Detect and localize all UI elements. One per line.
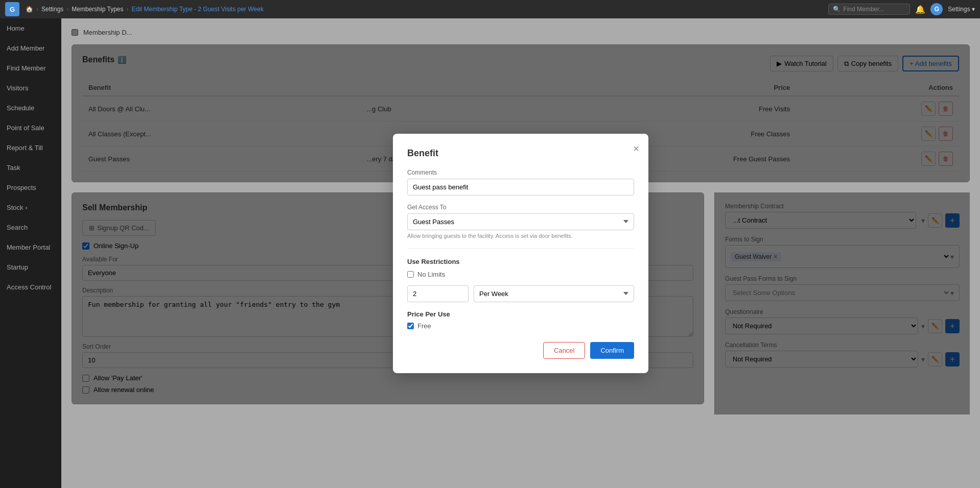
modal-comments-input[interactable] bbox=[407, 179, 634, 196]
main-layout: Home Add Member Find Member Visitors Sch… bbox=[0, 18, 980, 488]
breadcrumb-home[interactable]: 🏠 bbox=[26, 6, 33, 13]
restriction-period-select[interactable]: Per Week Per Day Per Month Per Year bbox=[474, 285, 634, 302]
no-limits-checkbox[interactable] bbox=[407, 271, 414, 278]
sidebar-item-access-control[interactable]: Access Control bbox=[0, 277, 61, 297]
top-nav-right: 🔍 Find Member... 🔔 G Settings ▾ bbox=[828, 3, 975, 15]
cancel-button[interactable]: Cancel bbox=[543, 342, 585, 359]
sidebar-item-home[interactable]: Home bbox=[0, 18, 61, 38]
breadcrumb-sep-3: › bbox=[127, 6, 129, 13]
user-avatar[interactable]: G bbox=[930, 3, 943, 15]
sidebar-item-schedule[interactable]: Schedule bbox=[0, 98, 61, 118]
sidebar-item-stock[interactable]: Stock › bbox=[0, 198, 61, 217]
sidebar-item-point-of-sale[interactable]: Point of Sale bbox=[0, 118, 61, 138]
restriction-row: Per Week Per Day Per Month Per Year bbox=[407, 285, 634, 302]
modal-footer: Cancel Confirm bbox=[407, 342, 634, 359]
sidebar-item-startup[interactable]: Startup bbox=[0, 257, 61, 277]
search-icon: 🔍 bbox=[833, 6, 841, 13]
modal-access-field: Get Access To Guest Passes All Doors All… bbox=[407, 204, 634, 239]
modal-close-button[interactable]: × bbox=[633, 143, 639, 155]
sidebar-item-search[interactable]: Search bbox=[0, 217, 61, 237]
modal-overlay: Benefit × Comments Get Access To Guest P… bbox=[61, 18, 980, 488]
modal-access-select[interactable]: Guest Passes All Doors All Classes bbox=[407, 213, 634, 230]
breadcrumb-settings[interactable]: Settings bbox=[41, 6, 63, 13]
content-area: Membership D... Benefits ℹ️ ▶ Watch Tuto… bbox=[61, 18, 980, 488]
sidebar-item-report-till[interactable]: Report & Till bbox=[0, 138, 61, 158]
breadcrumb-edit-type: Edit Membership Type - 2 Guest Visits pe… bbox=[132, 6, 264, 13]
modal-comments-field: Comments bbox=[407, 169, 634, 196]
top-nav: G 🏠 › Settings › Membership Types › Edit… bbox=[0, 0, 980, 18]
settings-dropdown-button[interactable]: Settings ▾ bbox=[948, 6, 975, 13]
benefit-modal: Benefit × Comments Get Access To Guest P… bbox=[393, 134, 648, 373]
no-limits-row: No Limits bbox=[407, 271, 634, 278]
modal-access-label: Get Access To bbox=[407, 204, 634, 211]
price-per-use-label: Price Per Use bbox=[407, 310, 634, 318]
free-checkbox-row: Free bbox=[407, 322, 634, 330]
breadcrumb-membership-types[interactable]: Membership Types bbox=[72, 6, 123, 13]
use-restrictions-label: Use Restrictions bbox=[407, 258, 634, 265]
free-checkbox[interactable] bbox=[407, 323, 414, 329]
breadcrumb-sep-1: › bbox=[36, 6, 38, 13]
modal-divider bbox=[407, 248, 634, 249]
sidebar-item-member-portal[interactable]: Member Portal bbox=[0, 237, 61, 257]
sidebar-item-add-member[interactable]: Add Member bbox=[0, 38, 61, 58]
notification-bell-icon[interactable]: 🔔 bbox=[915, 5, 925, 14]
sidebar-item-find-member[interactable]: Find Member bbox=[0, 58, 61, 78]
sidebar-item-prospects[interactable]: Prospects bbox=[0, 178, 61, 198]
sidebar: Home Add Member Find Member Visitors Sch… bbox=[0, 18, 61, 488]
find-member-input[interactable]: 🔍 Find Member... bbox=[828, 4, 910, 15]
modal-comments-label: Comments bbox=[407, 169, 634, 176]
modal-hint-text: Allow bringing guests to the facility. A… bbox=[407, 233, 634, 239]
sidebar-item-visitors[interactable]: Visitors bbox=[0, 78, 61, 98]
breadcrumb-sep-2: › bbox=[66, 6, 68, 13]
app-logo[interactable]: G bbox=[5, 2, 19, 16]
restriction-value-input[interactable] bbox=[407, 285, 469, 302]
home-icon: 🏠 bbox=[26, 6, 33, 13]
sidebar-item-task[interactable]: Task bbox=[0, 158, 61, 178]
confirm-button[interactable]: Confirm bbox=[590, 342, 634, 359]
modal-title: Benefit bbox=[407, 148, 634, 159]
